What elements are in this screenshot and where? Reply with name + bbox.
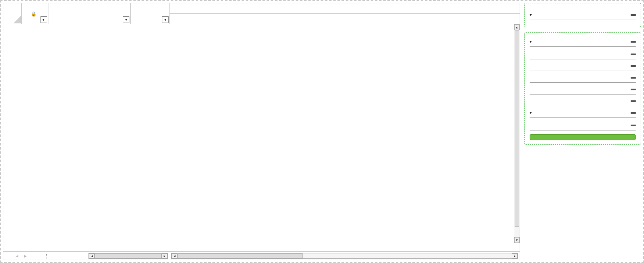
hours-per-week-field[interactable] [530,86,631,92]
duration-digits-input[interactable] [530,120,636,130]
filter-button-no[interactable]: ▾ [40,16,47,23]
chevron-down-icon: ▾ [530,110,532,115]
grid-scroll-right[interactable]: ▸ [162,253,167,258]
hours-per-week-label [631,89,636,90]
sheet-footer: ◂ ▸ ⋮ ◂ ▸ ◂ ▸ [3,251,520,260]
duration-unit-label [631,112,636,114]
vertical-scrollbar[interactable]: ▴ ▾ [514,24,520,243]
start-time-field[interactable] [530,51,631,57]
scroll-down-button[interactable]: ▾ [514,237,520,243]
gantt-chart[interactable]: ▴ ▾ [170,3,520,251]
hours-per-day-field[interactable] [530,74,631,81]
week-start-label [631,41,636,43]
sheet-options-button[interactable]: ⋮ [44,253,49,259]
scroll-up-button[interactable]: ▴ [514,24,520,30]
days-per-month-field[interactable] [530,98,631,104]
week-start-select[interactable]: ▾ [530,37,636,47]
calendar-label [631,14,636,16]
finish-time-field[interactable] [530,63,631,69]
grid-scroll-left[interactable]: ◂ [89,253,95,258]
grid-hscrollbar[interactable]: ◂ ▸ [88,253,168,259]
prev-sheet-button[interactable]: ◂ [16,253,18,259]
gantt-scroll-right[interactable]: ▸ [512,253,518,258]
duration-unit-select[interactable]: ▾ [530,108,636,118]
gantt-hscrollbar[interactable]: ◂ ▸ [171,253,518,259]
col-header-duration[interactable]: ▾ [131,3,170,24]
start-time-label [631,54,636,55]
hours-per-day-label [631,77,636,79]
chevron-down-icon: ▾ [530,39,532,44]
duration-digits-label [631,125,636,126]
calendar-select[interactable]: ▾ [530,10,636,20]
finish-time-input[interactable] [530,61,636,71]
gantt-hscroll-thumb[interactable] [177,253,303,258]
vscroll-thumb[interactable] [515,30,519,227]
gantt-sheet: ▾ ▾ ▾ [3,3,520,260]
task-grid[interactable]: ▾ ▾ ▾ [3,3,170,251]
days-per-month-label [631,100,636,102]
gantt-scroll-left[interactable]: ◂ [172,253,177,258]
grid-header: ▾ ▾ ▾ [3,3,170,24]
update-settings-button[interactable] [530,134,636,140]
hours-per-day-input[interactable] [530,73,636,83]
days-per-month-input[interactable] [530,96,636,106]
hours-per-week-input[interactable] [530,84,636,94]
filter-button-duration[interactable]: ▾ [162,16,169,23]
duration-digits-field[interactable] [530,122,631,128]
timeline-header [170,3,520,24]
next-sheet-button[interactable]: ▸ [24,253,27,259]
config-panel: ▾ ▾ [524,3,641,260]
start-time-input[interactable] [530,49,636,59]
finish-time-label [631,65,636,67]
filter-button-task[interactable]: ▾ [123,16,129,23]
col-header-task[interactable]: ▾ [48,3,131,24]
corner-cell[interactable] [3,3,22,24]
chevron-down-icon: ▾ [530,13,532,17]
col-header-no[interactable]: ▾ [22,3,48,24]
lock-icon [31,10,38,17]
grid-hscroll-thumb[interactable] [95,253,162,258]
